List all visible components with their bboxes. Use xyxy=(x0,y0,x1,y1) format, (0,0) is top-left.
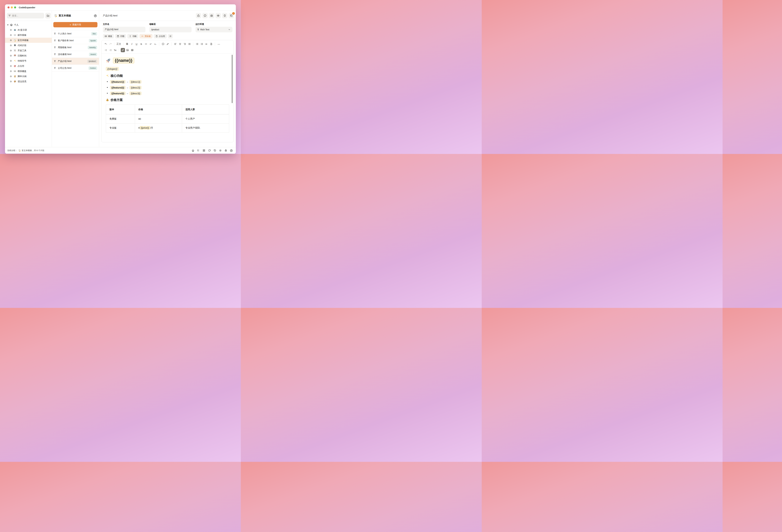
sidebar-item[interactable]: 语法高亮 xyxy=(5,79,52,84)
insert-tabs: 键盘 日期 功能 剪贴板 占位符 xyxy=(99,34,236,38)
tab-label: 剪贴板 xyxy=(145,35,151,38)
document-canvas[interactable]: {{name}} {{slogan}} 核心功能 • {{feature1}} … xyxy=(102,53,234,142)
活动邀请.html[interactable]: T 活动邀请.html /event xyxy=(52,51,99,58)
search-box[interactable] xyxy=(7,13,44,18)
sidebar-item[interactable]: 特殊符号 xyxy=(5,58,52,64)
horizontal-rule-button[interactable]: — xyxy=(217,42,221,46)
个人简介.html[interactable]: T 个人简介.html /bio xyxy=(52,30,99,37)
doc-slogan: {{slogan}} xyxy=(106,68,229,70)
sort-button[interactable]: AZ xyxy=(197,149,200,152)
lock-button[interactable] xyxy=(196,13,201,18)
delete-button[interactable] xyxy=(222,13,227,18)
filename-input[interactable] xyxy=(103,27,145,32)
undo-button[interactable] xyxy=(104,42,108,46)
产品介绍.html[interactable]: T 产品介绍.html /product xyxy=(52,58,99,65)
template-variable: {{price}} xyxy=(140,126,150,129)
link-button[interactable] xyxy=(121,48,125,52)
客户报价单.html[interactable]: T 客户报价单.html /quote xyxy=(52,37,99,44)
template-variable: {{feature2}} xyxy=(110,86,126,89)
table-button[interactable] xyxy=(130,48,134,52)
公司公告.html[interactable]: T 公司公告.html /notice xyxy=(52,65,99,72)
text-type-icon: T xyxy=(54,39,57,42)
sidebar-item[interactable]: 占位符 xyxy=(5,64,52,69)
debug-button[interactable] xyxy=(224,149,227,152)
underline-button[interactable]: U xyxy=(135,42,139,46)
new-folder-button[interactable] xyxy=(45,13,51,18)
history-button[interactable] xyxy=(213,149,216,152)
insert-tab[interactable]: 功能 xyxy=(127,34,138,38)
align-justify-button[interactable] xyxy=(187,42,191,46)
clear-format-button[interactable]: T̶x xyxy=(113,48,117,52)
insert-tab[interactable]: 日期 xyxy=(115,34,126,38)
align-center-button[interactable] xyxy=(178,42,182,46)
home-button[interactable] xyxy=(191,149,194,152)
sidebar-item[interactable]: 17 日期时间 xyxy=(5,53,52,58)
copy-button[interactable]: 1 xyxy=(229,13,234,18)
svg-text:A: A xyxy=(199,149,199,150)
eye-icon xyxy=(217,14,220,17)
snippet-fields: 文件名 缩略语 运行环境 T Rich Text xyxy=(99,21,236,32)
theme-button[interactable] xyxy=(202,13,208,18)
image-button[interactable] xyxy=(126,48,130,52)
environment-select[interactable]: T Rich Text xyxy=(196,27,233,32)
bullet-list-button[interactable] xyxy=(195,42,199,46)
panel-title-label: 富文本模板 xyxy=(59,14,71,17)
group-settings-button[interactable] xyxy=(94,14,97,17)
strikethrough-button[interactable]: S xyxy=(139,42,143,46)
outdent-button[interactable] xyxy=(104,48,108,52)
bold-button[interactable]: B xyxy=(125,42,129,46)
sidebar-item[interactable]: 开发工具 xyxy=(5,48,52,53)
redo-button[interactable] xyxy=(108,42,113,46)
insert-tab[interactable]: 占位符 xyxy=(154,34,167,38)
snippet-name: 产品介绍.html xyxy=(58,60,71,63)
insert-tab[interactable]: 剪贴板 xyxy=(140,34,152,38)
grid-view-button[interactable] xyxy=(203,149,205,152)
sidebar-group-personal[interactable]: 个人 xyxy=(5,23,52,27)
indent-button[interactable] xyxy=(108,48,113,52)
editor-scrollbar[interactable] xyxy=(232,55,233,103)
preview-button[interactable] xyxy=(215,13,221,18)
zoom-window-button[interactable] xyxy=(14,6,16,8)
abbreviation-badge: /weekly xyxy=(88,46,97,49)
highlight-button[interactable] xyxy=(166,42,170,46)
superscript-button[interactable]: x² xyxy=(149,42,153,46)
周报模板.html[interactable]: T 周报模板.html /weekly xyxy=(52,44,99,51)
sidebar-item[interactable]: 代码片段 xyxy=(5,43,52,48)
sidebar-item-label: 日期时间 xyxy=(18,54,27,57)
text-color-button[interactable] xyxy=(161,42,165,46)
sidebar-item-label: 占位符 xyxy=(18,65,24,68)
features-list: • {{feature1}} – {{desc1}} • {{feature2}… xyxy=(107,80,229,95)
minimize-window-button[interactable] xyxy=(11,6,13,8)
template-variable: {{feature3}} xyxy=(110,92,126,95)
align-left-button[interactable] xyxy=(173,42,178,46)
insert-tab[interactable]: 键盘 xyxy=(103,34,114,38)
close-window-button[interactable] xyxy=(7,6,9,8)
paragraph-style-button[interactable]: 正文 xyxy=(116,42,122,46)
insert-tab[interactable] xyxy=(168,34,173,38)
snapshot-button[interactable] xyxy=(209,13,214,18)
sidebar-item[interactable]: 富文本模板 xyxy=(5,38,52,43)
settings-button[interactable] xyxy=(230,149,233,152)
separator-dash: – xyxy=(127,86,128,89)
pricing-title: 价格方案 xyxy=(111,98,123,102)
align-right-button[interactable] xyxy=(183,42,187,46)
italic-button[interactable]: I xyxy=(130,42,134,46)
pricing-cell: ¥{{price}}/月 xyxy=(135,123,182,132)
sync-button[interactable] xyxy=(208,149,211,152)
new-snippet-button[interactable]: + 新建片段 xyxy=(53,22,98,27)
blockquote-button[interactable] xyxy=(204,42,209,46)
sidebar-item-label: 富文本模板 xyxy=(18,39,29,42)
diamond-icon xyxy=(10,49,12,51)
sidebar-item[interactable]: E 邮件模板 xyxy=(5,33,52,38)
sparkles-icon xyxy=(13,60,16,62)
search-input[interactable] xyxy=(12,14,42,17)
sidebar-item[interactable]: 模拟键盘 xyxy=(5,69,52,74)
code-block-button[interactable] xyxy=(209,42,213,46)
sidebar-item[interactable]: AI 提示语 xyxy=(5,27,52,33)
theme-toggle-button[interactable] xyxy=(219,149,222,152)
inline-code-button[interactable] xyxy=(144,42,148,46)
sidebar-item[interactable]: 脚本示例 xyxy=(5,74,52,79)
abbreviation-input[interactable] xyxy=(149,27,191,32)
ordered-list-button[interactable]: 123 xyxy=(200,42,204,46)
subscript-button[interactable]: x₂ xyxy=(153,42,157,46)
